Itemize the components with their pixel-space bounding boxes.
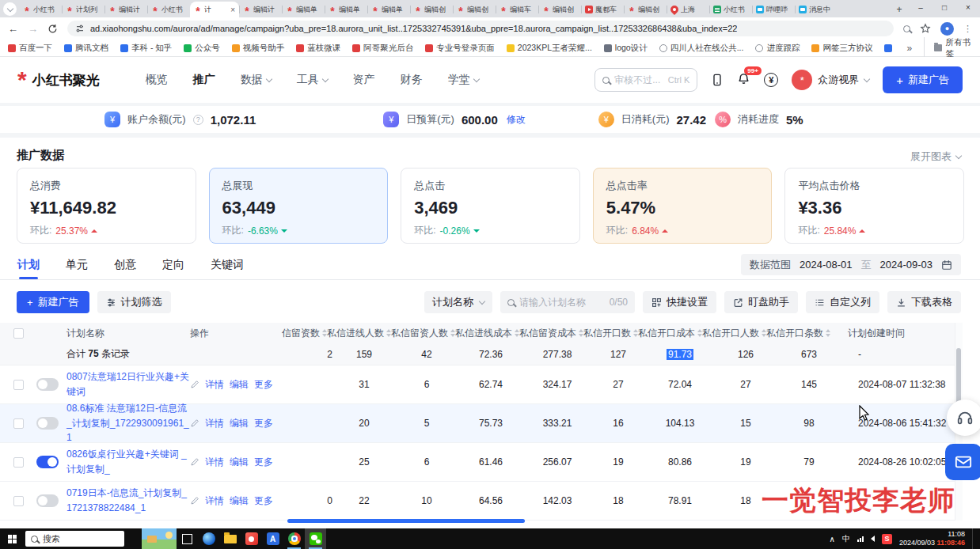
browser-tab[interactable]: 编辑创: [624, 2, 667, 17]
customer-service-button[interactable]: [947, 399, 980, 436]
new-ad-button[interactable]: + 新建广告: [17, 291, 89, 313]
browser-tab[interactable]: 魔都车: [581, 2, 624, 17]
more-link[interactable]: 更多: [254, 378, 273, 392]
refresh-icon[interactable]: [47, 24, 58, 34]
forward-icon[interactable]: →: [28, 23, 38, 35]
bookmark-item[interactable]: 蓝枝微课: [296, 43, 340, 54]
message-button[interactable]: [945, 444, 980, 480]
bookmark-item[interactable]: 公众号: [184, 43, 220, 54]
close-button[interactable]: ×: [956, 0, 980, 16]
plan-filter-button[interactable]: 计划筛选: [97, 291, 171, 313]
bookmark-item[interactable]: 进度跟踪: [755, 43, 800, 54]
date-range-picker[interactable]: 数据范围 2024-08-01 至 2024-09-03: [741, 254, 961, 275]
browser-tab[interactable]: 编辑单: [325, 2, 367, 17]
task-view-button[interactable]: [177, 528, 198, 549]
bookmark-item[interactable]: 稿定设计-做图做视...: [884, 43, 895, 54]
maximize-button[interactable]: □: [933, 0, 956, 16]
browser-tab[interactable]: 哔哩哔: [752, 2, 795, 17]
row-checkbox[interactable]: [13, 418, 24, 429]
back-icon[interactable]: ←: [8, 23, 18, 35]
status-toggle[interactable]: [36, 494, 59, 507]
more-link[interactable]: 更多: [254, 456, 273, 469]
browser-tab[interactable]: 小红书: [19, 2, 62, 17]
finance-icon[interactable]: ¥: [764, 73, 778, 87]
sogou-ime-icon[interactable]: S: [882, 534, 892, 544]
more-link[interactable]: 更多: [254, 494, 273, 508]
browser-tab[interactable]: 编辑单: [282, 2, 325, 17]
nav-item[interactable]: 财务: [401, 73, 423, 87]
metric-header[interactable]: 计划创建时间: [830, 327, 905, 340]
volume-icon[interactable]: [871, 536, 875, 542]
monitor-assistant-button[interactable]: 盯盘助手: [724, 291, 798, 313]
ime-indicator[interactable]: 中: [842, 533, 850, 544]
plan-name-link[interactable]: 0807法意瑞12日行业兴趣+关键词: [66, 371, 189, 397]
modify-link[interactable]: 修改: [507, 113, 526, 127]
entity-tab[interactable]: 定向: [162, 258, 184, 279]
plan-name-link[interactable]: 0719日本-信息流_计划复制_1721378822484_1: [66, 487, 187, 513]
detail-link[interactable]: 详情: [205, 378, 224, 392]
search-field-select[interactable]: 计划名称: [424, 291, 492, 313]
start-button[interactable]: [0, 535, 24, 543]
help-icon[interactable]: ?: [193, 115, 203, 125]
chrome-taskbar-button[interactable]: [283, 528, 305, 549]
weather-widget[interactable]: [142, 528, 177, 549]
notifications[interactable]: 99+: [737, 72, 750, 89]
browser-tab[interactable]: 计 ×: [190, 2, 239, 17]
entity-tab[interactable]: 关键词: [211, 258, 244, 279]
metric-header[interactable]: 私信留资人数: [391, 327, 455, 340]
plan-name-link[interactable]: 08.6标准 法意瑞12日-信息流_计划复制_1722930091961_1: [66, 403, 189, 443]
horizontal-scrollbar[interactable]: [287, 519, 525, 523]
global-search-input[interactable]: 审核不过... Ctrl K: [594, 68, 697, 92]
edit-pencil-icon[interactable]: [190, 457, 199, 467]
show-desktop-button[interactable]: [972, 528, 975, 549]
bookmark-item[interactable]: 四川人社在线公共...: [659, 43, 744, 54]
explorer-taskbar-button[interactable]: [219, 528, 241, 549]
download-table-button[interactable]: 下载表格: [887, 291, 961, 313]
profile-avatar[interactable]: ●: [940, 22, 954, 36]
nav-item[interactable]: 学堂: [448, 73, 479, 87]
taskbar-clock[interactable]: 11:08 2024/09/03 11:08:46: [899, 530, 965, 548]
browser-tab[interactable]: 消息中: [795, 2, 838, 17]
browser-tab[interactable]: 编辑创: [410, 2, 453, 17]
minimize-button[interactable]: –: [909, 0, 933, 16]
edge-taskbar-button[interactable]: [198, 528, 219, 549]
bookmark-star-icon[interactable]: [920, 23, 931, 34]
stat-card[interactable]: 平均点击价格 ¥3.36 环比: 25.84%: [784, 168, 964, 244]
wechat-taskbar-button[interactable]: [305, 528, 326, 549]
edit-link[interactable]: 编辑: [230, 378, 249, 392]
bookmark-item[interactable]: 网签三方协议: [811, 43, 872, 54]
metric-header[interactable]: 私信留资成本: [519, 327, 583, 340]
detail-link[interactable]: 详情: [205, 456, 224, 469]
all-bookmarks[interactable]: 所有书签: [924, 37, 972, 59]
custom-columns-button[interactable]: 自定义列: [806, 291, 879, 313]
browser-tab[interactable]: 小红书: [709, 2, 752, 17]
plan-search-input[interactable]: 请输入计划名称 0/50: [500, 291, 635, 313]
zoom-icon[interactable]: [903, 25, 910, 32]
browser-tab[interactable]: 编辑单: [367, 2, 410, 17]
metric-header[interactable]: 私信进线人数: [327, 327, 391, 340]
bookmarks-overflow-chevron[interactable]: »: [906, 43, 912, 54]
stat-card[interactable]: 总消费 ¥11,649.82 环比: 25.37%: [17, 168, 196, 244]
edit-pencil-icon[interactable]: [190, 496, 199, 505]
bookmark-item[interactable]: 百度一下: [8, 43, 52, 54]
nav-item[interactable]: 资产: [353, 73, 375, 87]
quick-settings-button[interactable]: 快捷设置: [643, 291, 716, 313]
taskbar-search[interactable]: 搜索: [25, 531, 124, 547]
stat-card[interactable]: 总展现 63,449 环比: -6.63%: [209, 168, 389, 244]
bookmark-item[interactable]: 2023KPL王者荣耀...: [507, 43, 592, 54]
edit-pencil-icon[interactable]: [190, 380, 199, 389]
entity-tab[interactable]: 创意: [114, 258, 136, 279]
nav-item[interactable]: 概览: [146, 73, 168, 87]
bookmark-item[interactable]: 阿哥聚光后台: [352, 43, 413, 54]
edit-pencil-icon[interactable]: [190, 418, 199, 428]
metric-header[interactable]: 私信开口条数: [766, 327, 830, 340]
entity-tab[interactable]: 计划: [17, 258, 40, 279]
row-checkbox[interactable]: [13, 496, 24, 506]
browser-tab[interactable]: 编辑计: [104, 2, 147, 17]
bookmark-item[interactable]: 腾讯文档: [64, 43, 108, 54]
blue-app-taskbar-button[interactable]: A: [262, 528, 283, 549]
bookmark-item[interactable]: 李科 - 知乎: [120, 43, 172, 54]
metric-header[interactable]: 信留资数: [282, 327, 327, 340]
browser-tab[interactable]: 计划列: [62, 2, 104, 17]
select-all-checkbox[interactable]: [13, 328, 24, 339]
